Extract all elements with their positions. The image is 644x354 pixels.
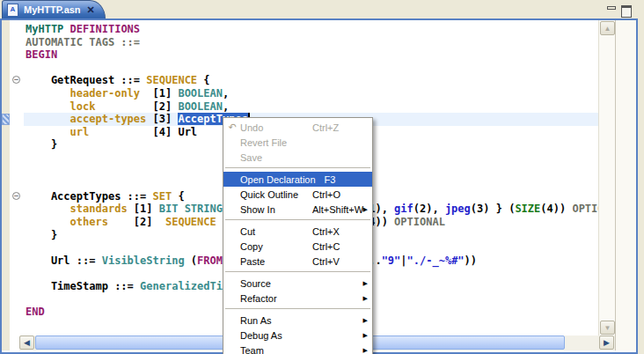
menu-item-quick-outline[interactable]: Quick OutlineCtrl+O [223,187,372,202]
code-token [26,216,70,228]
menu-item-revert-file: Revert File [223,135,372,150]
code-token: [4] Url [89,126,197,138]
menu-item-label: Undo [240,122,304,133]
code-token: SIZE [515,203,540,215]
code-token: [2] [108,216,165,228]
code-token: (3) } ( [471,203,516,215]
submenu-arrow-icon: ▶ [363,332,368,339]
code-token [26,87,70,100]
code-token [26,113,70,125]
menu-item-shortcut: Ctrl+O [312,189,340,200]
code-token: others [70,216,108,228]
code-token: BIT STRING [159,203,223,215]
code-token: DEFINITIONS [70,23,140,35]
tab-myhttp-asn[interactable]: A MyHTTP.asn ✕ [2,0,106,18]
code-token: END [26,306,45,318]
code-token: [1] [128,203,159,215]
submenu-arrow-icon: ▶ [363,206,368,213]
editor-tab-bar: A MyHTTP.asn ✕ [0,0,644,18]
menu-item-label: Copy [240,241,304,252]
menu-item-copy[interactable]: CopyCtrl+C [223,239,372,254]
code-token: VisibleString [102,254,185,267]
menu-item-label: Run As [240,315,304,326]
menu-item-shortcut: Ctrl+C [312,241,340,252]
code-token: SEQUENCE [165,216,216,228]
code-token: gif [394,203,413,215]
submenu-arrow-icon: ▶ [363,295,368,302]
code-token: } [26,229,57,241]
scroll-right-icon[interactable]: ▶ [599,336,614,350]
code-token: GetRequest ::= [26,74,146,86]
code-token [26,126,70,138]
menu-item-label: Open Declaration [240,174,316,185]
menu-item-label: Paste [240,256,304,267]
code-token: } [26,138,57,151]
code-token: SET [153,190,172,203]
code-token: FROM [197,254,223,267]
code-line: GetRequest ::= SEQUENCE { [24,74,598,87]
code-line [24,62,598,75]
collapse-icon[interactable]: − [12,76,20,84]
menu-item-debug-as[interactable]: Debug As▶ [223,328,372,343]
menu-item-team[interactable]: Team▶ [223,343,372,354]
menu-item-source[interactable]: Source▶ [223,276,372,291]
minimize-view-button[interactable] [607,5,615,13]
menu-item-label: Quick Outline [240,189,304,200]
menu-separator [225,167,370,168]
menu-item-refactor[interactable]: Refactor▶ [223,291,372,306]
context-menu: ↶UndoCtrl+ZRevert FileSaveOpen Declarati… [223,117,373,354]
code-token: lock [70,100,96,113]
menu-item-run-as[interactable]: Run As▶ [223,313,372,328]
folding-margin[interactable]: −− [10,20,24,350]
submenu-arrow-icon: ▶ [363,317,368,324]
maximize-view-button[interactable] [621,5,632,18]
occurrence-marker-icon [2,114,10,125]
menu-item-shortcut: F3 [325,174,336,185]
code-token: [2] [95,100,178,113]
submenu-arrow-icon: ▶ [363,347,368,354]
menu-item-cut[interactable]: CutCtrl+X [223,224,372,239]
menu-item-undo: ↶UndoCtrl+Z [223,120,372,135]
menu-separator [225,308,370,309]
code-token: (4)) [540,203,572,215]
scroll-left-icon[interactable]: ◀ [19,336,34,350]
code-token: standards [70,203,128,215]
menu-item-open-declaration[interactable]: Open DeclarationF3 [223,172,372,187]
code-token: jpeg [445,203,471,215]
code-line: header-only [1] BOOLEAN, [24,87,598,100]
code-token: [3] [146,113,178,125]
menu-separator [225,271,370,272]
scroll-up-icon[interactable]: ▲ [600,21,615,35]
code-token: | [400,254,406,267]
eclipse-editor-window: A MyHTTP.asn ✕ −− MyHTTP DEFINITIONSAUTO… [0,0,644,354]
collapse-icon[interactable]: − [12,192,20,200]
vertical-scrollbar[interactable]: ▲ ▼ [598,20,615,336]
code-line: AUTOMATIC TAGS ::= [24,36,598,49]
overview-ruler[interactable] [615,20,636,350]
menu-item-label: Debug As [240,330,304,341]
code-token: AUTOMATIC TAGS ::= [26,36,140,48]
code-token: (2), [413,203,445,215]
code-token [26,100,70,113]
scroll-down-icon[interactable]: ▼ [600,321,615,335]
code-token: SEQUENCE [146,74,197,86]
code-token: header-only [70,87,140,100]
tab-close-icon[interactable]: ✕ [87,4,95,16]
code-line: MyHTTP DEFINITIONS [24,23,598,36]
code-line: lock [2] BOOLEAN, [24,100,598,114]
code-token: BOOLEAN [178,100,223,113]
code-token: "9" [382,254,401,267]
menu-item-show-in[interactable]: Show InAlt+Shift+W▶ [223,202,372,217]
code-token: OPTIONAL [572,203,598,215]
undo-icon: ↶ [226,122,238,133]
code-token: "./-_~%#" [407,254,465,267]
code-line: BEGIN [24,48,598,62]
menu-item-paste[interactable]: PasteCtrl+V [223,254,372,269]
code-token: accept-types [70,113,147,125]
menu-item-label: Revert File [240,137,304,148]
code-token [26,203,70,215]
menu-item-label: Source [240,278,304,289]
code-token: { [172,190,184,203]
code-token: Url ::= [26,254,102,267]
code-token: { [197,74,209,86]
